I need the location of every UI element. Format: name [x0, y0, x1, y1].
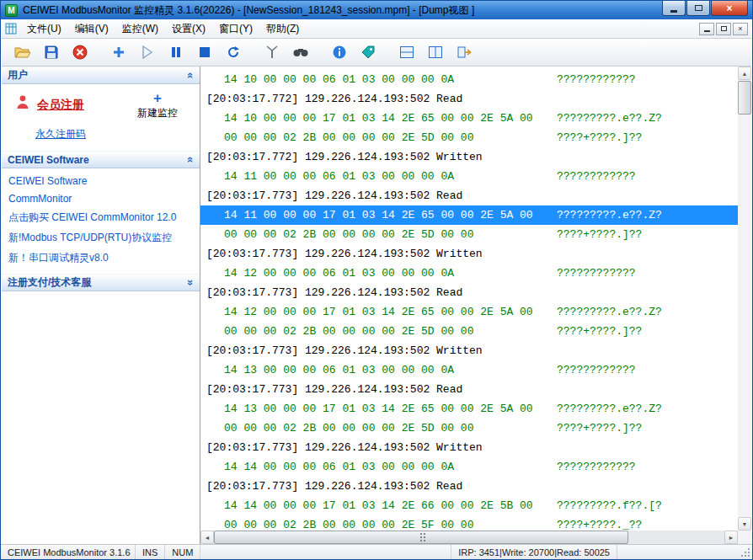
dump-line-hex[interactable]: 14 11 00 00 00 06 01 03 00 00 00 0A?????… — [200, 167, 738, 186]
document-icon[interactable] — [5, 23, 17, 35]
hex-bytes: 00 00 00 02 2B 00 00 00 00 2E 5D 00 00 — [200, 228, 473, 241]
tag-button[interactable] — [357, 41, 379, 63]
split-horizontal-button[interactable] — [396, 41, 418, 63]
sidebar-link[interactable]: 新！串口调试精灵v8.0 — [8, 251, 195, 265]
menu-bar: 文件(U)编辑(V)监控(W)设置(X)窗口(Y)帮助(Z) × — [2, 19, 751, 39]
hex-bytes: 00 00 00 02 2B 00 00 00 00 2E 5D 00 00 — [200, 131, 473, 144]
split-horizontal-icon — [400, 46, 414, 58]
dump-line-hex[interactable]: 00 00 00 02 2B 00 00 00 00 2E 5D 00 00??… — [200, 225, 738, 244]
timestamp-text: [20:03:17.773] 129.226.124.193:502 Read — [200, 480, 462, 493]
dump-line-timestamp[interactable]: [20:03:17.772] 129.226.124.193:502 Writt… — [200, 147, 738, 167]
dump-line-timestamp[interactable]: [20:03:17.772] 129.226.124.193:502 Read — [200, 89, 738, 109]
app-icon: M — [5, 4, 18, 17]
dump-line-hex[interactable]: 14 13 00 00 00 06 01 03 00 00 00 0A?????… — [200, 360, 738, 380]
scroll-up-arrow[interactable]: ▲ — [738, 67, 751, 80]
about-button[interactable] — [328, 41, 350, 63]
sidebar-link[interactable]: CEIWEI Software — [8, 175, 195, 187]
dump-line-hex[interactable]: 00 00 00 02 2B 00 00 00 00 2E 5D 00 00??… — [200, 322, 738, 341]
restart-button[interactable] — [222, 41, 244, 63]
software-links: CEIWEI SoftwareCommMonitor点击购买 CEIWEI Co… — [2, 168, 200, 274]
menu-item[interactable]: 帮助(Z) — [259, 19, 306, 39]
save-button[interactable] — [40, 41, 62, 63]
dump-line-timestamp[interactable]: [20:03:17.773] 129.226.124.193:502 Read — [200, 477, 738, 496]
dump-line-hex[interactable]: 00 00 00 02 2B 00 00 00 00 2E 5F 00 00??… — [200, 515, 738, 531]
dump-line-timestamp[interactable]: [20:03:17.773] 129.226.124.193:502 Read — [200, 283, 738, 302]
minimize-button[interactable] — [662, 1, 686, 16]
timestamp-text: [20:03:17.773] 129.226.124.193:502 Read — [200, 383, 462, 396]
dump-line-timestamp[interactable]: [20:03:17.773] 129.226.124.193:502 Writt… — [200, 438, 738, 457]
stop-button[interactable] — [194, 41, 216, 63]
dump-area[interactable]: 14 10 00 00 00 06 01 03 00 00 00 0A?????… — [200, 67, 738, 531]
mdi-minimize-button[interactable] — [699, 23, 714, 35]
dump-line-hex[interactable]: 00 00 00 02 2B 00 00 00 00 2E 5D 00 00??… — [200, 419, 738, 438]
find-button[interactable] — [290, 41, 312, 63]
plus-icon: + — [137, 93, 178, 104]
menu-item[interactable]: 监控(W) — [115, 19, 165, 39]
mdi-restore-icon — [721, 26, 727, 31]
sidebar-section-support[interactable]: 注册支付/技术客服 » — [2, 274, 200, 291]
dump-line-hex[interactable]: 14 12 00 00 00 06 01 03 00 00 00 0A?????… — [200, 264, 738, 283]
new-monitor-button[interactable]: + 新建监控 — [137, 93, 178, 120]
dump-line-hex[interactable]: 00 00 00 02 2B 00 00 00 00 2E 5D 00 00??… — [200, 128, 738, 147]
dump-line-timestamp[interactable]: [20:03:17.773] 129.226.124.193:502 Read — [200, 380, 738, 399]
permanent-code-link[interactable]: 永久注册码 — [35, 127, 86, 141]
new-monitor-toolbar-button[interactable] — [108, 41, 130, 63]
dump-line-timestamp[interactable]: [20:03:17.773] 129.226.124.193:502 Read — [200, 186, 738, 205]
scroll-right-arrow[interactable]: ► — [724, 531, 738, 544]
collapse-icon[interactable]: « — [184, 157, 197, 163]
status-app-version: CEIWEI ModbusMonitor 3.1.6 — [1, 545, 136, 559]
horizontal-scroll-thumb[interactable] — [214, 531, 628, 544]
menu-item[interactable]: 设置(X) — [165, 19, 212, 39]
collapse-icon[interactable]: « — [184, 72, 197, 78]
start-button[interactable] — [136, 41, 158, 63]
horizontal-scrollbar[interactable]: ◄ ► — [200, 531, 738, 544]
sidebar-link[interactable]: CommMonitor — [8, 193, 195, 205]
new-monitor-label: 新建监控 — [137, 106, 178, 120]
close-icon: × — [726, 3, 732, 14]
resize-grip[interactable] — [748, 555, 750, 557]
expand-icon[interactable]: » — [184, 280, 197, 285]
sidebar-section-software[interactable]: CEIWEI Software « — [2, 151, 200, 168]
window-title: CEIWEI ModbusMonitor 监控精灵 3.1.6(20226) -… — [23, 3, 474, 18]
scroll-down-arrow[interactable]: ▼ — [738, 517, 751, 531]
scroll-left-arrow[interactable]: ◄ — [200, 531, 214, 544]
hex-bytes: 14 14 00 00 00 17 01 03 14 2E 66 00 00 2… — [200, 499, 533, 512]
dump-line-hex[interactable]: 14 14 00 00 00 06 01 03 00 00 00 0A?????… — [200, 457, 738, 477]
dump-line-hex[interactable]: 14 11 00 00 00 17 01 03 14 2E 65 00 00 2… — [200, 205, 738, 225]
menu-item[interactable]: 编辑(V) — [68, 19, 115, 39]
member-register-link[interactable]: 会员注册 — [37, 98, 84, 113]
antenna-icon — [266, 45, 278, 59]
dump-line-hex[interactable]: 14 13 00 00 00 17 01 03 14 2E 65 00 00 2… — [200, 399, 738, 419]
sidebar-link[interactable]: 新!Modbus TCP/UDP(RTU)协议监控 — [8, 231, 195, 245]
dump-line-hex[interactable]: 14 14 00 00 00 17 01 03 14 2E 66 00 00 2… — [200, 496, 738, 515]
toolbar — [2, 39, 751, 67]
menu-item[interactable]: 窗口(Y) — [212, 19, 259, 39]
ascii-text: ????+????._?? — [557, 515, 642, 531]
transmit-button[interactable] — [261, 41, 283, 63]
pause-button[interactable] — [165, 41, 187, 63]
mdi-close-button[interactable]: × — [733, 23, 748, 35]
open-button[interactable] — [12, 41, 34, 63]
sidebar-link[interactable]: 点击购买 CEIWEI CommMonitor 12.0 — [8, 211, 195, 225]
close-button[interactable]: × — [711, 1, 748, 16]
menu-items: 文件(U)编辑(V)监控(W)设置(X)窗口(Y)帮助(Z) — [20, 19, 306, 39]
dump-line-hex[interactable]: 14 10 00 00 00 17 01 03 14 2E 65 00 00 2… — [200, 109, 738, 128]
mdi-restore-button[interactable] — [716, 23, 731, 35]
vertical-scrollbar[interactable]: ▲ ▼ — [738, 67, 751, 531]
dump-line-timestamp[interactable]: [20:03:17.773] 129.226.124.193:502 Writt… — [200, 341, 738, 360]
vertical-scroll-thumb[interactable] — [738, 81, 751, 115]
exit-button[interactable] — [453, 41, 475, 63]
status-tail — [617, 545, 752, 559]
status-num: NUM — [165, 545, 200, 559]
menu-item[interactable]: 文件(U) — [20, 19, 68, 39]
dump-line-timestamp[interactable]: [20:03:17.773] 129.226.124.193:502 Writt… — [200, 244, 738, 264]
split-vertical-button[interactable] — [425, 41, 446, 63]
dump-line-hex[interactable]: 14 12 00 00 00 17 01 03 14 2E 65 00 00 2… — [200, 302, 738, 322]
maximize-button[interactable] — [686, 1, 710, 16]
dump-line-hex[interactable]: 14 10 00 00 00 06 01 03 00 00 00 0A?????… — [200, 70, 738, 89]
sidebar-section-user[interactable]: 用户 « — [2, 67, 200, 84]
app-window: M CEIWEI ModbusMonitor 监控精灵 3.1.6(20226)… — [0, 0, 753, 560]
titlebar[interactable]: M CEIWEI ModbusMonitor 监控精灵 3.1.6(20226)… — [1, 1, 752, 19]
cancel-button[interactable] — [69, 41, 91, 63]
stop-icon — [200, 47, 210, 57]
